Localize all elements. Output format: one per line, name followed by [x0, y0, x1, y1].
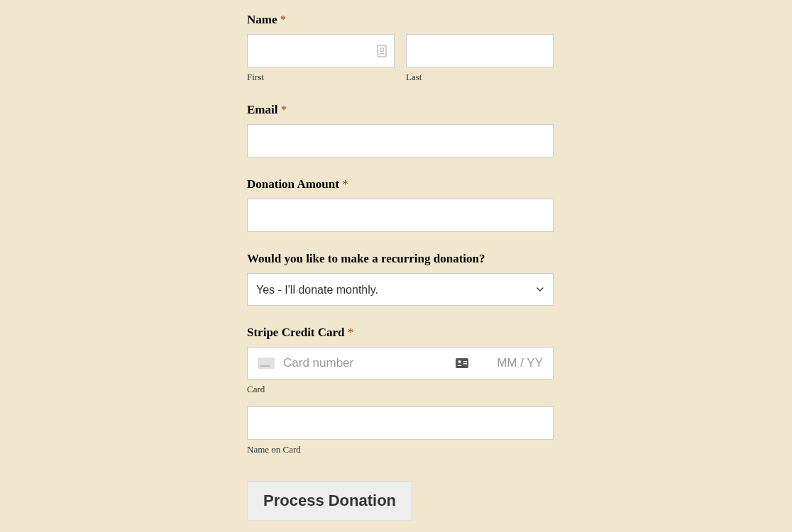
first-name-sublabel: First: [247, 72, 395, 83]
name-field-group: Name * First Las: [247, 13, 554, 83]
recurring-label: Would you like to make a recurring donat…: [247, 252, 554, 266]
svg-point-3: [458, 360, 461, 363]
process-donation-button[interactable]: Process Donation: [247, 481, 412, 521]
recurring-select[interactable]: Yes - I'll donate monthly.: [247, 273, 554, 306]
name-label-text: Name: [247, 13, 277, 26]
donation-amount-field-group: Donation Amount *: [247, 177, 554, 232]
svg-rect-5: [463, 363, 467, 365]
name-row: First Last: [247, 34, 554, 83]
name-required-asterisk: *: [280, 13, 287, 26]
card-number-placeholder: Card number: [283, 356, 447, 370]
donation-amount-label: Donation Amount *: [247, 177, 554, 192]
card-sublabel: Card: [247, 384, 554, 395]
last-name-col: Last: [406, 34, 554, 83]
name-on-card-input[interactable]: [247, 406, 554, 440]
id-badge-icon: [456, 358, 468, 368]
first-name-input[interactable]: [247, 34, 395, 67]
stripe-card-input[interactable]: Card number MM / YY: [247, 347, 554, 379]
donation-amount-label-text: Donation Amount: [247, 177, 339, 191]
stripe-field-group: Stripe Credit Card * Card number MM / YY…: [247, 326, 554, 455]
email-label-text: Email: [247, 103, 277, 116]
donation-form: Name * First Las: [247, 13, 554, 521]
email-field-group: Email *: [247, 103, 554, 157]
first-name-col: First: [247, 34, 395, 83]
donation-amount-input[interactable]: [247, 199, 554, 232]
expiry-placeholder: MM / YY: [497, 356, 543, 370]
last-name-input[interactable]: [406, 34, 554, 67]
donation-amount-required-asterisk: *: [342, 177, 348, 191]
stripe-required-asterisk: *: [348, 326, 354, 339]
first-name-wrapper: [247, 34, 395, 67]
last-name-sublabel: Last: [406, 72, 554, 83]
stripe-label: Stripe Credit Card *: [247, 326, 554, 340]
email-label: Email *: [247, 103, 554, 117]
email-input[interactable]: [247, 124, 554, 157]
svg-point-1: [380, 48, 384, 51]
name-label: Name *: [247, 13, 554, 27]
name-on-card-sublabel: Name on Card: [247, 444, 554, 455]
svg-rect-4: [463, 361, 467, 362]
email-required-asterisk: *: [281, 103, 287, 116]
contact-card-icon: [376, 45, 387, 57]
credit-card-icon: [258, 358, 275, 369]
stripe-label-text: Stripe Credit Card: [247, 326, 345, 339]
recurring-field-group: Would you like to make a recurring donat…: [247, 252, 554, 306]
